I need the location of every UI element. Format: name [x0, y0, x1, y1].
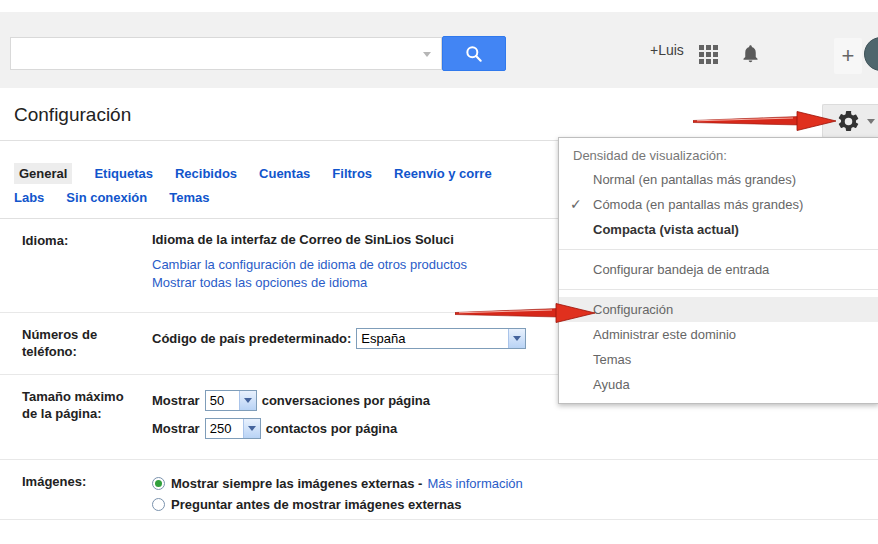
menu-item-comoda[interactable]: ✓Cómoda (en pantallas más grandes) — [559, 192, 878, 217]
gear-dropdown-menu: Densidad de visualización: Normal (en pa… — [558, 137, 878, 404]
tab-cuentas[interactable]: Cuentas — [259, 166, 310, 181]
search-input[interactable] — [11, 38, 423, 69]
apps-grid-icon[interactable] — [699, 45, 718, 64]
radio-mostrar-siempre-label: Mostrar siempre las imágenes externas - — [171, 476, 422, 491]
radio-preguntar-antes[interactable] — [152, 498, 165, 511]
conversaciones-select-value: 50 — [206, 391, 230, 410]
conversaciones-suffix: conversaciones por página — [262, 393, 430, 408]
gear-caret-icon — [867, 119, 875, 128]
settings-gear-button[interactable] — [822, 104, 878, 138]
mostrar-label: Mostrar — [152, 393, 200, 408]
tab-filtros[interactable]: Filtros — [332, 166, 372, 181]
gear-icon — [836, 109, 861, 134]
idioma-change-link[interactable]: Cambiar la configuración de idioma de ot… — [152, 257, 467, 272]
menu-item-configuracion[interactable]: Configuración — [559, 297, 878, 322]
contactos-suffix: contactos por página — [266, 421, 397, 436]
section-label: Números de teléfono: — [22, 326, 142, 374]
pais-select[interactable]: España — [356, 328, 526, 349]
section-label: Idioma: — [22, 232, 142, 312]
settings-tabs: General Etiquetas Recibidos Cuentas Filt… — [14, 161, 574, 209]
account-name-link[interactable]: +Luis — [650, 42, 684, 58]
search-icon — [464, 44, 484, 64]
check-icon: ✓ — [570, 192, 582, 217]
tab-general[interactable]: General — [14, 163, 72, 184]
tab-recibidos[interactable]: Recibidos — [175, 166, 237, 181]
menu-separator — [559, 289, 878, 290]
menu-separator — [559, 249, 878, 250]
menu-item-ayuda[interactable]: Ayuda — [559, 372, 878, 397]
contactos-select[interactable]: 250 — [205, 418, 261, 439]
idioma-show-all-link[interactable]: Mostrar todas las opciones de idioma — [152, 275, 367, 290]
page-title: Configuración — [14, 104, 131, 126]
select-chevron-icon — [508, 329, 525, 348]
pais-label: Código de país predeterminado: — [152, 331, 351, 346]
top-bar: +Luis + — [0, 12, 878, 88]
select-chevron-icon — [243, 419, 260, 438]
contactos-select-value: 250 — [206, 419, 238, 438]
tab-etiquetas[interactable]: Etiquetas — [94, 166, 153, 181]
notifications-bell-icon[interactable] — [740, 42, 761, 68]
menu-item-normal[interactable]: Normal (en pantallas más grandes) — [559, 167, 878, 192]
search-button[interactable] — [442, 36, 506, 71]
tab-temas[interactable]: Temas — [169, 190, 209, 205]
menu-item-comoda-label: Cómoda (en pantallas más grandes) — [593, 197, 803, 212]
search-box[interactable] — [10, 37, 442, 70]
avatar[interactable] — [864, 37, 878, 71]
pais-select-value: España — [357, 329, 411, 348]
radio-preguntar-antes-label: Preguntar antes de mostrar imágenes exte… — [171, 497, 461, 512]
mostrar-label: Mostrar — [152, 421, 200, 436]
tab-reenvio[interactable]: Reenvío y corre — [394, 166, 492, 181]
conversaciones-select[interactable]: 50 — [205, 390, 257, 411]
menu-item-compacta[interactable]: Compacta (vista actual) — [559, 217, 878, 242]
radio-mostrar-siempre[interactable] — [152, 477, 165, 490]
idioma-heading: Idioma de la interfaz de Correo de SinLi… — [152, 232, 467, 247]
tab-sin-conexion[interactable]: Sin conexión — [66, 190, 147, 205]
search-options-caret-icon[interactable] — [423, 52, 431, 61]
mas-informacion-link[interactable]: Más información — [427, 476, 522, 491]
tab-labs[interactable]: Labs — [14, 190, 44, 205]
arrow-to-gear-icon — [693, 110, 838, 132]
section-imagenes: Imágenes: Mostrar siempre las imágenes e… — [0, 460, 878, 520]
menu-item-administrar-dominio[interactable]: Administrar este dominio — [559, 322, 878, 347]
share-plus-button[interactable]: + — [834, 38, 862, 74]
menu-item-configurar-bandeja[interactable]: Configurar bandeja de entrada — [559, 257, 878, 282]
select-chevron-icon — [239, 391, 256, 410]
section-label: Tamaño máximo de la página: — [22, 388, 142, 459]
menu-item-temas[interactable]: Temas — [559, 347, 878, 372]
section-label: Imágenes: — [22, 473, 142, 519]
density-header: Densidad de visualización: — [559, 145, 878, 167]
